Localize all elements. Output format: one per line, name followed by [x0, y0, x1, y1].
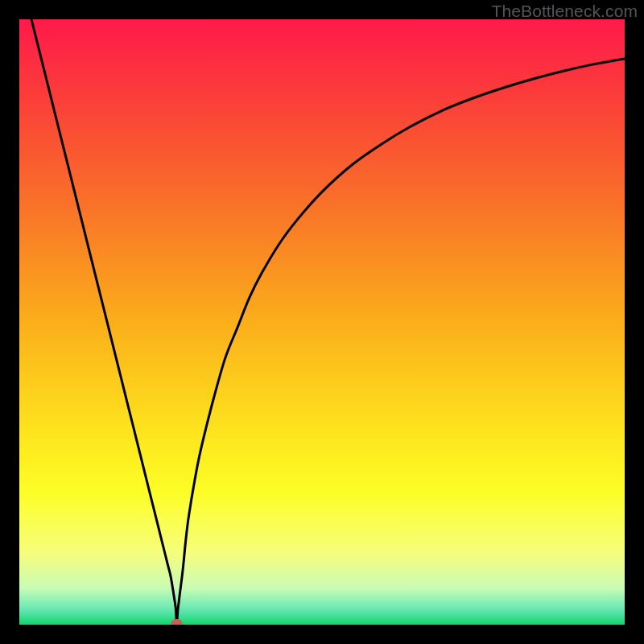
- curve-layer: [19, 19, 625, 625]
- plot-area: [19, 19, 625, 625]
- bottleneck-curve: [19, 19, 625, 621]
- chart-frame: TheBottleneck.com: [0, 0, 644, 644]
- min-marker: [171, 619, 183, 625]
- attribution-text: TheBottleneck.com: [492, 2, 638, 21]
